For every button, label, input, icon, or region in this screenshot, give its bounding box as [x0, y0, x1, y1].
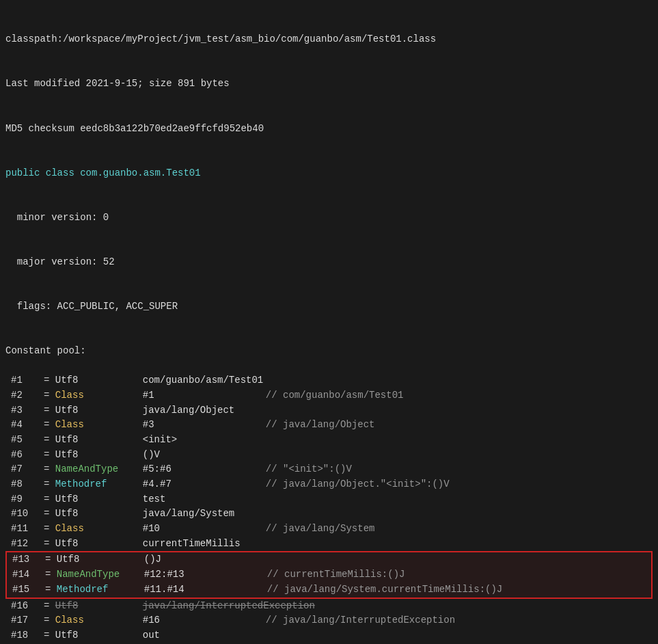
md5-line: MD5 checksum eedc8b3a122b70ed2ae9ffcfd95…	[5, 122, 653, 137]
entry-line: #13= Utf8()J	[5, 551, 653, 567]
entry-line: #10= Utf8java/lang/System	[5, 507, 653, 522]
entry-type: Utf8	[55, 537, 143, 552]
entry-num: #5	[11, 433, 44, 448]
entry-comment: // java/lang/Object	[266, 418, 375, 433]
entry-comment: // currentTimeMillis:()J	[267, 567, 405, 582]
entry-num: #13	[12, 552, 45, 567]
entry-eq: =	[44, 462, 55, 477]
entry-eq: =	[44, 373, 55, 388]
entry-eq: =	[44, 628, 55, 643]
entry-value: currentTimeMillis	[143, 537, 266, 552]
last-modified: Last modified 2021-9-15; size 891 bytes	[5, 77, 230, 92]
entry-comment: // com/guanbo/asm/Test01	[266, 388, 404, 403]
entry-num: #11	[11, 522, 44, 537]
entry-num: #4	[11, 418, 44, 433]
entry-num: #16	[11, 599, 44, 614]
entry-line: #6= Utf8()V	[5, 448, 653, 463]
entry-num: #17	[11, 613, 44, 628]
entry-type: Utf8	[55, 599, 143, 614]
entry-type: Methodref	[55, 477, 143, 492]
entry-eq: =	[44, 433, 55, 448]
constant-pool-label: Constant pool:	[5, 344, 86, 359]
entry-eq: =	[45, 567, 57, 582]
entry-value: ()J	[144, 552, 267, 567]
entry-eq: =	[44, 448, 55, 463]
flags-line: flags: ACC_PUBLIC, ACC_SUPER	[5, 299, 653, 314]
entry-line: #11= Class#10// java/lang/System	[5, 522, 653, 537]
entry-num: #1	[11, 373, 44, 388]
public-class-line: public class com.guanbo.asm.Test01	[5, 166, 653, 181]
entry-eq: =	[44, 599, 55, 614]
entry-line: #9= Utf8test	[5, 492, 653, 507]
entry-num: #2	[11, 388, 44, 403]
entry-num: #10	[11, 507, 44, 522]
entry-value: #11.#14	[144, 582, 267, 598]
major-version-line: major version: 52	[5, 255, 653, 270]
entry-num: #12	[11, 537, 44, 552]
entry-eq: =	[44, 388, 55, 403]
entry-value: java/lang/InterruptedException	[143, 599, 315, 614]
entries-container: #1= Utf8com/guanbo/asm/Test01#2= Class#1…	[5, 373, 653, 644]
entry-eq: =	[44, 418, 55, 433]
entry-value: #5:#6	[143, 462, 266, 477]
flags	[5, 299, 17, 314]
entry-value: #1	[143, 388, 266, 403]
entry-eq: =	[44, 492, 55, 507]
entry-num: #14	[12, 567, 45, 582]
entry-type: Class	[55, 388, 143, 403]
minor-version-line: minor version: 0	[5, 211, 653, 226]
entry-type: Utf8	[55, 403, 143, 418]
entry-value: com/guanbo/asm/Test01	[143, 373, 266, 388]
entry-line: #14= NameAndType#12:#13// currentTimeMil…	[5, 567, 653, 582]
entry-num: #7	[11, 462, 44, 477]
entry-value: ()V	[143, 448, 266, 463]
entry-line: #4= Class#3// java/lang/Object	[5, 418, 653, 433]
entry-eq: =	[44, 403, 55, 418]
entry-type: Class	[55, 613, 143, 628]
entry-num: #15	[12, 582, 45, 598]
entry-num: #6	[11, 448, 44, 463]
md5: MD5 checksum eedc8b3a122b70ed2ae9ffcfd95…	[5, 122, 264, 137]
entry-line: #17= Class#16// java/lang/InterruptedExc…	[5, 613, 653, 628]
entry-line: #15= Methodref#11.#14// java/lang/System…	[5, 582, 653, 599]
entry-num: #8	[11, 477, 44, 492]
code-view: classpath:/workspace/myProject/jvm_test/…	[5, 3, 653, 373]
entry-comment: // java/lang/Object."<init>":()V	[266, 477, 450, 492]
major-version-text: major version: 52	[17, 255, 115, 270]
entry-type: Utf8	[55, 492, 143, 507]
entry-type: NameAndType	[57, 567, 144, 582]
entry-line: #2= Class#1// com/guanbo/asm/Test01	[5, 388, 653, 403]
entry-eq: =	[44, 522, 55, 537]
entry-value: #4.#7	[143, 477, 266, 492]
entry-eq: =	[44, 537, 55, 552]
entry-comment: // java/lang/System.currentTimeMillis:()…	[267, 582, 502, 598]
entry-comment: // "<init>":()V	[266, 462, 352, 477]
header-title-line: classpath:/workspace/myProject/jvm_test/…	[5, 32, 653, 47]
entry-value: out	[143, 628, 266, 643]
entry-line: #8= Methodref#4.#7// java/lang/Object."<…	[5, 477, 653, 492]
last-modified-line: Last modified 2021-9-15; size 891 bytes	[5, 77, 653, 92]
entry-value: #16	[143, 613, 266, 628]
entry-eq: =	[45, 582, 57, 598]
entry-value: java/lang/Object	[143, 403, 266, 418]
entry-value: java/lang/System	[143, 507, 266, 522]
entry-value: test	[143, 492, 266, 507]
major-version	[5, 255, 17, 270]
entry-type: Utf8	[57, 552, 144, 567]
minor-version	[5, 211, 17, 226]
entry-type: Class	[55, 522, 143, 537]
entry-eq: =	[44, 507, 55, 522]
entry-line: #12= Utf8currentTimeMillis	[5, 537, 653, 552]
entry-comment: // java/lang/System	[266, 522, 375, 537]
entry-type: NameAndType	[55, 462, 143, 477]
entry-line: #1= Utf8com/guanbo/asm/Test01	[5, 373, 653, 388]
entry-type: Methodref	[57, 582, 144, 598]
entry-type: Utf8	[55, 433, 143, 448]
entry-eq: =	[44, 613, 55, 628]
entry-num: #18	[11, 628, 44, 643]
entry-eq: =	[44, 477, 55, 492]
entry-type: Utf8	[55, 507, 143, 522]
entry-comment: // java/lang/InterruptedException	[266, 613, 455, 628]
entry-line: #7= NameAndType#5:#6// "<init>":()V	[5, 462, 653, 477]
entry-type: Utf8	[55, 448, 143, 463]
